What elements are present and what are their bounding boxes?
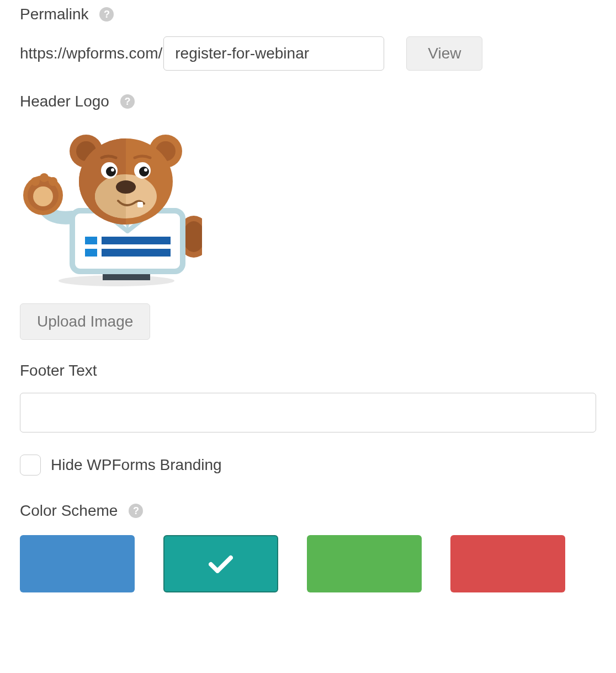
permalink-input-row: https://wpforms.com/ View (20, 36, 596, 71)
hide-branding-row: Hide WPForms Branding (20, 455, 596, 476)
color-swatch-3[interactable] (450, 535, 565, 592)
hide-branding-label: Hide WPForms Branding (51, 456, 222, 474)
permalink-base-url: https://wpforms.com/ (20, 45, 162, 62)
svg-point-21 (116, 180, 136, 194)
svg-point-7 (40, 173, 49, 182)
help-icon[interactable]: ? (120, 94, 135, 109)
svg-rect-14 (102, 249, 171, 257)
svg-point-8 (49, 177, 57, 186)
bear-mascot-icon (20, 124, 202, 289)
svg-rect-12 (102, 237, 171, 244)
color-scheme-field: Color Scheme ? (20, 502, 596, 592)
header-logo-label: Header Logo (20, 93, 109, 110)
footer-text-input[interactable] (20, 393, 596, 432)
svg-rect-13 (85, 249, 97, 257)
check-icon (209, 554, 233, 573)
color-scheme-label-row: Color Scheme ? (20, 502, 596, 520)
permalink-label: Permalink (20, 6, 88, 23)
help-icon[interactable]: ? (99, 7, 114, 22)
logo-preview (20, 124, 202, 289)
permalink-label-row: Permalink ? (20, 6, 596, 23)
header-logo-label-row: Header Logo ? (20, 93, 596, 110)
svg-point-28 (144, 168, 147, 172)
svg-point-5 (33, 186, 53, 206)
hide-branding-checkbox[interactable] (20, 455, 41, 476)
svg-rect-11 (85, 237, 97, 244)
color-swatches (20, 535, 596, 592)
svg-rect-22 (137, 202, 143, 207)
svg-point-25 (111, 168, 114, 172)
color-swatch-0[interactable] (20, 535, 135, 592)
footer-text-label: Footer Text (20, 362, 97, 380)
svg-point-27 (139, 167, 149, 177)
help-icon[interactable]: ? (129, 504, 143, 518)
svg-point-24 (106, 167, 116, 177)
color-scheme-label: Color Scheme (20, 502, 118, 520)
permalink-slug-input[interactable] (163, 36, 384, 71)
view-button[interactable]: View (406, 36, 482, 71)
header-logo-field: Header Logo ? (20, 93, 596, 340)
footer-text-field: Footer Text (20, 362, 596, 432)
color-swatch-1[interactable] (163, 535, 278, 592)
svg-point-6 (31, 177, 40, 186)
color-swatch-2[interactable] (307, 535, 422, 592)
footer-text-label-row: Footer Text (20, 362, 596, 380)
upload-image-button[interactable]: Upload Image (20, 303, 150, 340)
permalink-field: Permalink ? https://wpforms.com/ View (20, 6, 596, 71)
